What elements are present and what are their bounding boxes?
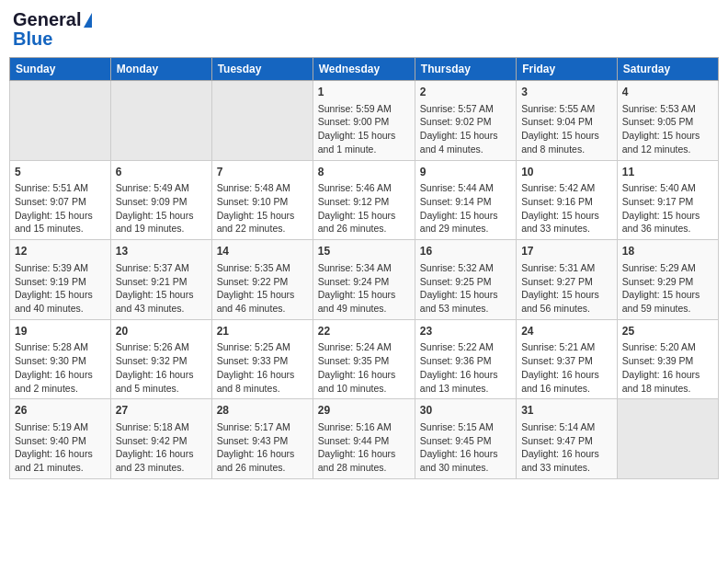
calendar-cell: 6Sunrise: 5:49 AMSunset: 9:09 PMDaylight…	[110, 160, 211, 240]
calendar-cell	[110, 81, 211, 161]
day-number: 8	[318, 165, 410, 180]
sunrise-text: Sunrise: 5:48 AM	[217, 182, 290, 193]
calendar-cell: 12Sunrise: 5:39 AMSunset: 9:19 PMDayligh…	[10, 240, 111, 320]
sunrise-text: Sunrise: 5:18 AM	[116, 421, 189, 432]
daylight-label: Daylight: 15 hours and 12 minutes.	[622, 130, 700, 155]
sunrise-text: Sunrise: 5:59 AM	[318, 103, 392, 114]
calendar-cell: 11Sunrise: 5:40 AMSunset: 9:17 PMDayligh…	[617, 160, 718, 240]
sunset-text: Sunset: 9:12 PM	[318, 196, 390, 207]
calendar-cell: 2Sunrise: 5:57 AMSunset: 9:02 PMDaylight…	[415, 81, 516, 161]
day-number: 7	[217, 165, 308, 180]
sunrise-text: Sunrise: 5:20 AM	[622, 341, 696, 352]
daylight-label: Daylight: 15 hours and 49 minutes.	[318, 289, 396, 314]
sunrise-text: Sunrise: 5:37 AM	[116, 262, 189, 273]
sunset-text: Sunset: 9:19 PM	[15, 276, 86, 287]
daylight-label: Daylight: 15 hours and 33 minutes.	[521, 210, 599, 235]
calendar-cell: 26Sunrise: 5:19 AMSunset: 9:40 PMDayligh…	[10, 399, 111, 479]
daylight-label: Daylight: 16 hours and 23 minutes.	[116, 448, 194, 473]
calendar-cell: 23Sunrise: 5:22 AMSunset: 9:36 PMDayligh…	[415, 319, 516, 399]
sunset-text: Sunset: 9:42 PM	[116, 435, 188, 446]
calendar-cell: 13Sunrise: 5:37 AMSunset: 9:21 PMDayligh…	[110, 240, 211, 320]
sunset-text: Sunset: 9:43 PM	[217, 435, 289, 446]
daylight-label: Daylight: 16 hours and 21 minutes.	[15, 448, 93, 473]
day-number: 11	[622, 165, 713, 180]
calendar-cell: 21Sunrise: 5:25 AMSunset: 9:33 PMDayligh…	[211, 319, 313, 399]
calendar-cell: 17Sunrise: 5:31 AMSunset: 9:27 PMDayligh…	[517, 240, 618, 320]
day-number: 15	[318, 244, 410, 259]
daylight-label: Daylight: 16 hours and 8 minutes.	[217, 369, 295, 394]
sunrise-text: Sunrise: 5:51 AM	[15, 182, 88, 193]
calendar-cell: 9Sunrise: 5:44 AMSunset: 9:14 PMDaylight…	[415, 160, 516, 240]
page-header: General Blue	[9, 9, 719, 50]
calendar-week-row: 26Sunrise: 5:19 AMSunset: 9:40 PMDayligh…	[10, 399, 719, 479]
sunrise-text: Sunrise: 5:28 AM	[15, 341, 88, 352]
sunset-text: Sunset: 9:33 PM	[217, 355, 289, 366]
day-number: 31	[521, 403, 612, 419]
calendar-header-row: SundayMondayTuesdayWednesdayThursdayFrid…	[10, 58, 719, 81]
sunrise-text: Sunrise: 5:42 AM	[521, 182, 595, 193]
day-number: 9	[420, 165, 511, 180]
daylight-label: Daylight: 15 hours and 15 minutes.	[15, 210, 93, 235]
sunrise-text: Sunrise: 5:22 AM	[420, 341, 494, 352]
calendar-week-row: 1Sunrise: 5:59 AMSunset: 9:00 PMDaylight…	[10, 81, 719, 161]
calendar-cell: 25Sunrise: 5:20 AMSunset: 9:39 PMDayligh…	[617, 319, 718, 399]
day-number: 30	[420, 403, 511, 419]
day-number: 12	[15, 244, 106, 259]
sunset-text: Sunset: 9:45 PM	[420, 435, 492, 446]
day-number: 26	[15, 403, 106, 419]
calendar-cell: 20Sunrise: 5:26 AMSunset: 9:32 PMDayligh…	[110, 319, 211, 399]
sunset-text: Sunset: 9:21 PM	[116, 276, 188, 287]
daylight-label: Daylight: 15 hours and 8 minutes.	[521, 130, 599, 155]
weekday-header-tuesday: Tuesday	[211, 58, 313, 81]
day-number: 2	[420, 85, 511, 100]
calendar-cell: 31Sunrise: 5:14 AMSunset: 9:47 PMDayligh…	[517, 399, 618, 479]
daylight-label: Daylight: 16 hours and 26 minutes.	[217, 448, 295, 473]
sunrise-text: Sunrise: 5:16 AM	[318, 421, 392, 432]
daylight-label: Daylight: 15 hours and 1 minute.	[318, 130, 396, 155]
daylight-label: Daylight: 16 hours and 16 minutes.	[521, 369, 599, 394]
sunset-text: Sunset: 9:16 PM	[521, 196, 593, 207]
daylight-label: Daylight: 16 hours and 10 minutes.	[318, 369, 396, 394]
calendar-cell: 4Sunrise: 5:53 AMSunset: 9:05 PMDaylight…	[617, 81, 718, 161]
calendar-cell: 30Sunrise: 5:15 AMSunset: 9:45 PMDayligh…	[415, 399, 516, 479]
calendar-cell: 27Sunrise: 5:18 AMSunset: 9:42 PMDayligh…	[110, 399, 211, 479]
calendar-cell: 1Sunrise: 5:59 AMSunset: 9:00 PMDaylight…	[313, 81, 415, 161]
sunset-text: Sunset: 9:47 PM	[521, 435, 593, 446]
daylight-label: Daylight: 15 hours and 26 minutes.	[318, 210, 396, 235]
calendar-cell	[10, 81, 111, 161]
sunrise-text: Sunrise: 5:31 AM	[521, 262, 595, 273]
sunrise-text: Sunrise: 5:39 AM	[15, 262, 88, 273]
sunset-text: Sunset: 9:24 PM	[318, 276, 390, 287]
sunset-text: Sunset: 9:02 PM	[420, 116, 492, 127]
sunset-text: Sunset: 9:39 PM	[622, 355, 694, 366]
day-number: 13	[116, 244, 207, 259]
sunset-text: Sunset: 9:27 PM	[521, 276, 593, 287]
day-number: 10	[521, 165, 612, 180]
sunset-text: Sunset: 9:44 PM	[318, 435, 390, 446]
calendar-week-row: 19Sunrise: 5:28 AMSunset: 9:30 PMDayligh…	[10, 319, 719, 399]
sunrise-text: Sunrise: 5:29 AM	[622, 262, 696, 273]
daylight-label: Daylight: 16 hours and 33 minutes.	[521, 448, 599, 473]
sunrise-text: Sunrise: 5:19 AM	[15, 421, 88, 432]
day-number: 22	[318, 324, 410, 339]
daylight-label: Daylight: 15 hours and 43 minutes.	[116, 289, 194, 314]
day-number: 25	[622, 324, 713, 339]
sunset-text: Sunset: 9:14 PM	[420, 196, 492, 207]
sunrise-text: Sunrise: 5:40 AM	[622, 182, 696, 193]
sunrise-text: Sunrise: 5:17 AM	[217, 421, 290, 432]
day-number: 14	[217, 244, 308, 259]
calendar-cell: 10Sunrise: 5:42 AMSunset: 9:16 PMDayligh…	[517, 160, 618, 240]
sunset-text: Sunset: 9:30 PM	[15, 355, 86, 366]
day-number: 6	[116, 165, 207, 180]
calendar-cell: 24Sunrise: 5:21 AMSunset: 9:37 PMDayligh…	[517, 319, 618, 399]
logo-general-text: General	[13, 9, 81, 30]
calendar-cell	[617, 399, 718, 479]
daylight-label: Daylight: 16 hours and 2 minutes.	[15, 369, 93, 394]
calendar-cell: 14Sunrise: 5:35 AMSunset: 9:22 PMDayligh…	[211, 240, 313, 320]
sunset-text: Sunset: 9:35 PM	[318, 355, 390, 366]
daylight-label: Daylight: 15 hours and 40 minutes.	[15, 289, 93, 314]
calendar-cell: 19Sunrise: 5:28 AMSunset: 9:30 PMDayligh…	[10, 319, 111, 399]
calendar-cell: 22Sunrise: 5:24 AMSunset: 9:35 PMDayligh…	[313, 319, 415, 399]
calendar-cell: 5Sunrise: 5:51 AMSunset: 9:07 PMDaylight…	[10, 160, 111, 240]
sunset-text: Sunset: 9:36 PM	[420, 355, 492, 366]
